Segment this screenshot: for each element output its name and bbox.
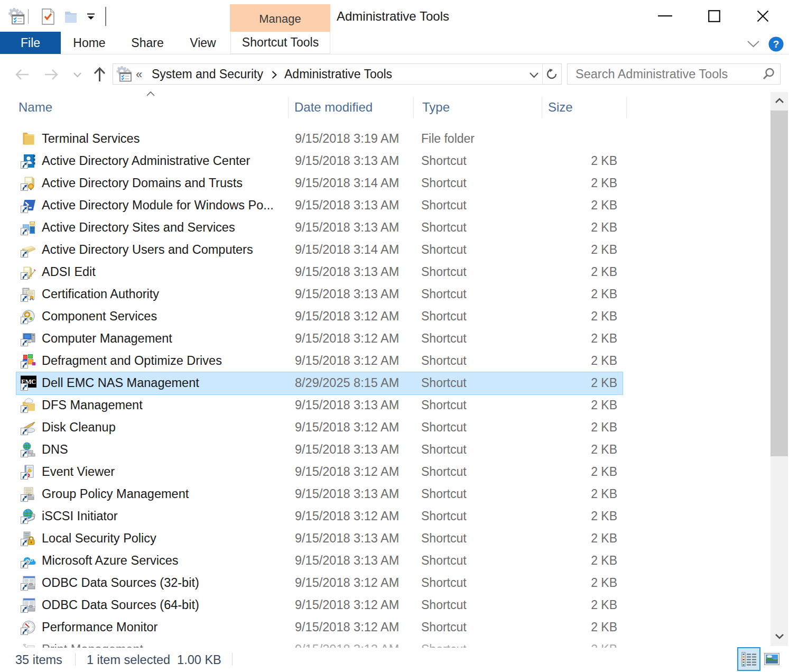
svg-text:?: ? — [773, 39, 779, 50]
